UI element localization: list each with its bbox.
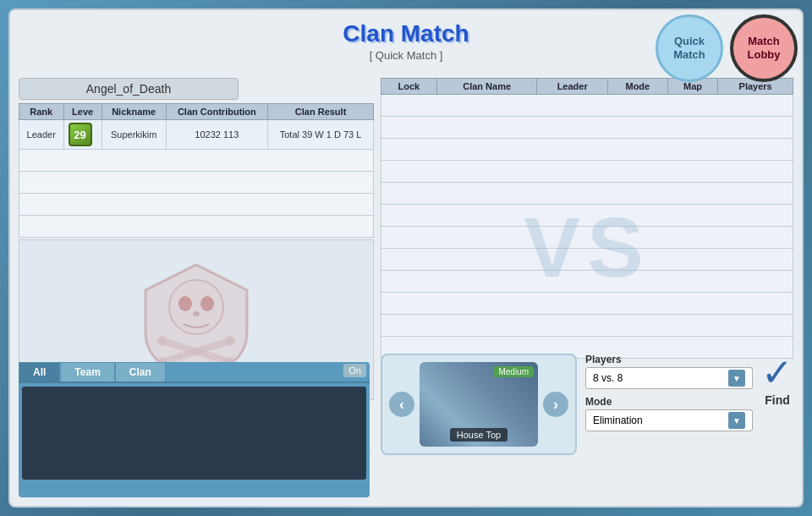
map-prev-button[interactable]: ‹ <box>389 392 414 417</box>
find-button[interactable]: ✓ Find <box>761 354 793 407</box>
col-leader: Leader <box>537 79 607 95</box>
mode-select[interactable]: Elimination ▼ <box>585 409 753 431</box>
search-panel: ‹ House Top Medium › Players 8 vs. 8 <box>381 354 793 497</box>
nav-buttons: Quick Match Match Lobby <box>656 14 798 82</box>
col-result: Clan Result <box>268 104 374 120</box>
right-panel: Lock Clan Name Leader Mode Map Players <box>381 78 793 497</box>
tab-on-indicator: On <box>343 364 366 377</box>
player-level: 29 <box>63 120 102 150</box>
page-subtitle: [ Quick Match ] <box>343 49 469 62</box>
players-label: Players <box>585 354 753 365</box>
tab-content-area <box>22 387 366 480</box>
player-rank: Leader <box>19 120 64 150</box>
match-lobby-button[interactable]: Match Lobby <box>730 14 798 82</box>
svg-point-7 <box>225 336 235 346</box>
table-row <box>19 216 374 238</box>
tab-all-button[interactable]: All <box>19 362 60 382</box>
table-row: Leader 29 Superkikim 10232 113 Total 39 … <box>19 120 374 150</box>
svg-point-0 <box>169 280 223 334</box>
svg-point-2 <box>200 296 214 311</box>
find-label: Find <box>765 393 790 407</box>
player-nickname: Superkikim <box>102 120 166 150</box>
map-difficulty-badge: Medium <box>493 366 534 377</box>
right-table-row <box>381 249 793 271</box>
players-value: 8 vs. 8 <box>593 372 623 384</box>
mode-value: Elimination <box>593 414 643 426</box>
right-table-row <box>381 293 793 315</box>
clan-name-bar: Angel_of_Death <box>19 78 239 100</box>
left-table: Rank Leve Nickname Clan Contribution Cla… <box>19 103 374 238</box>
title-area: Clan Match [ Quick Match ] <box>343 20 469 62</box>
filter-panel: All Team Clan On <box>19 362 370 497</box>
right-table-row <box>381 315 793 337</box>
mode-label: Mode <box>585 396 753 408</box>
col-clan-name: Clan Name <box>436 79 537 95</box>
svg-point-3 <box>193 311 200 316</box>
table-row <box>19 194 374 216</box>
content-area: Angel_of_Death Rank Leve Nickname Clan C… <box>19 78 793 497</box>
right-table-row <box>381 227 793 249</box>
search-options: Players 8 vs. 8 ▼ Mode Elimination ▼ <box>585 354 753 431</box>
mode-option-row: Mode Elimination ▼ <box>585 396 753 431</box>
player-contribution: 10232 113 <box>166 120 268 150</box>
mode-dropdown-icon[interactable]: ▼ <box>728 412 745 429</box>
clan-name: Angel_of_Death <box>86 82 171 96</box>
player-result: Total 39 W 1 D 73 L <box>268 120 374 150</box>
tabs-header: All Team Clan On <box>19 362 370 383</box>
map-name-label: House Top <box>450 428 508 442</box>
right-table-row <box>381 139 793 161</box>
tab-team-button[interactable]: Team <box>60 362 114 382</box>
right-table-row <box>381 271 793 293</box>
left-panel: Angel_of_Death Rank Leve Nickname Clan C… <box>19 78 374 497</box>
right-table: Lock Clan Name Leader Mode Map Players <box>381 78 793 359</box>
players-option-row: Players 8 vs. 8 ▼ <box>585 354 753 389</box>
page-title: Clan Match <box>343 20 469 47</box>
col-level: Leve <box>63 104 102 120</box>
map-next-button[interactable]: › <box>543 392 568 417</box>
map-selector: ‹ House Top Medium › <box>381 354 577 455</box>
col-nickname: Nickname <box>102 104 166 120</box>
find-check-icon: ✓ <box>761 354 793 392</box>
players-dropdown-icon[interactable]: ▼ <box>728 370 745 387</box>
col-contribution: Clan Contribution <box>166 104 268 120</box>
right-table-row <box>381 183 793 205</box>
map-preview: House Top Medium <box>420 362 538 447</box>
quick-match-button[interactable]: Quick Match <box>656 14 723 82</box>
svg-point-6 <box>157 336 167 346</box>
col-lock: Lock <box>381 79 437 95</box>
players-select[interactable]: 8 vs. 8 ▼ <box>585 367 753 389</box>
table-row <box>19 150 374 172</box>
level-badge: 29 <box>69 123 92 146</box>
right-table-row <box>381 95 793 117</box>
right-table-row <box>381 161 793 183</box>
right-table-row <box>381 205 793 227</box>
table-row <box>19 172 374 194</box>
tab-clan-button[interactable]: Clan <box>115 362 166 382</box>
right-table-row <box>381 117 793 139</box>
main-panel: Quick Match Match Lobby Clan Match [ Qui… <box>8 8 804 508</box>
col-rank: Rank <box>19 104 64 120</box>
svg-point-1 <box>178 296 192 311</box>
